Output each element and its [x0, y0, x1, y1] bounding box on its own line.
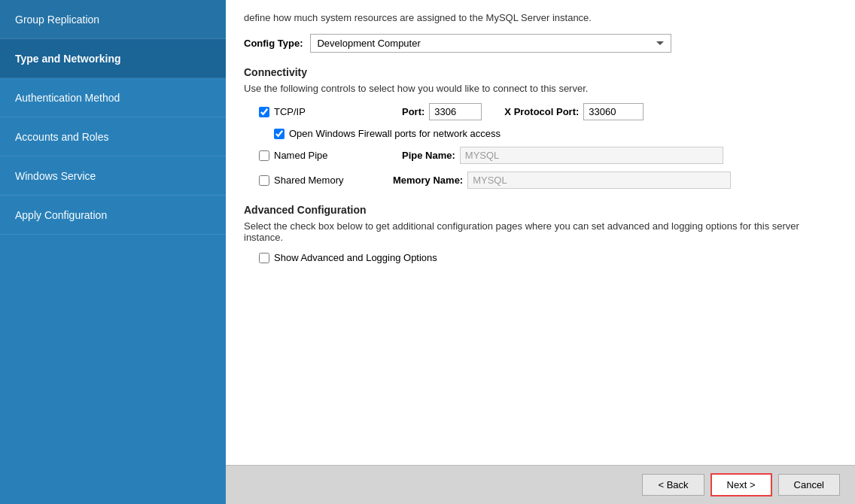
sidebar-item-label: Windows Service [15, 170, 96, 182]
config-type-label: Config Type: [244, 38, 303, 49]
pipe-name-label: Pipe Name: [402, 150, 455, 161]
sidebar-item-label: Accounts and Roles [15, 131, 109, 143]
show-advanced-checkbox-label[interactable]: Show Advanced and Logging Options [259, 252, 437, 263]
sidebar-item-type-networking[interactable]: Type and Networking [0, 39, 226, 78]
shared-memory-row: Shared Memory Memory Name: [259, 172, 837, 189]
xprotocol-label: X Protocol Port: [504, 106, 579, 117]
sidebar-item-label: Authentication Method [15, 92, 120, 104]
sidebar-item-accounts-roles[interactable]: Accounts and Roles [0, 117, 226, 156]
sidebar-item-group-replication[interactable]: Group Replication [0, 0, 226, 39]
port-input[interactable] [429, 103, 482, 120]
firewall-checkbox[interactable] [274, 129, 284, 139]
advanced-description: Select the check box below to get additi… [244, 220, 837, 243]
sidebar-item-windows-service[interactable]: Windows Service [0, 156, 226, 196]
named-pipe-row: Named Pipe Pipe Name: [259, 147, 837, 164]
shared-memory-checkbox[interactable] [259, 175, 269, 186]
tcpip-label: TCP/IP [274, 106, 306, 117]
advanced-header: Advanced Configuration [244, 204, 837, 216]
show-advanced-label: Show Advanced and Logging Options [274, 252, 437, 263]
advanced-section: Advanced Configuration Select the check … [244, 204, 837, 263]
config-type-select[interactable]: Development Computer Server Computer Ded… [310, 34, 671, 53]
connectivity-section: Connectivity Use the following controls … [244, 66, 837, 189]
back-button[interactable]: < Back [642, 474, 704, 496]
named-pipe-label: Named Pipe [274, 150, 328, 161]
sidebar-item-label: Apply Configuration [15, 209, 107, 221]
firewall-label: Open Windows Firewall ports for network … [289, 128, 501, 139]
sidebar-item-label: Type and Networking [15, 53, 121, 65]
tcpip-checkbox[interactable] [259, 107, 269, 117]
show-advanced-checkbox[interactable] [259, 253, 269, 263]
sidebar-item-auth-method[interactable]: Authentication Method [0, 78, 226, 117]
content-scroll: define how much system resources are ass… [226, 0, 855, 465]
pipe-name-input[interactable] [460, 147, 723, 164]
shared-memory-label: Shared Memory [274, 175, 343, 186]
main-container: Group Replication Type and Networking Au… [0, 0, 855, 504]
tcpip-row: TCP/IP Port: X Protocol Port: [259, 103, 837, 120]
memory-name-input[interactable] [467, 172, 731, 189]
firewall-row: Open Windows Firewall ports for network … [274, 128, 837, 139]
top-description: define how much system resources are ass… [244, 12, 837, 23]
named-pipe-checkbox[interactable] [259, 150, 269, 161]
config-type-row: Config Type: Development Computer Server… [244, 34, 837, 53]
xprotocol-input[interactable] [583, 103, 644, 120]
firewall-checkbox-label[interactable]: Open Windows Firewall ports for network … [274, 128, 501, 139]
sidebar: Group Replication Type and Networking Au… [0, 0, 226, 504]
shared-memory-checkbox-label[interactable]: Shared Memory [259, 175, 379, 186]
next-button[interactable]: Next > [710, 473, 772, 496]
named-pipe-checkbox-label[interactable]: Named Pipe [259, 150, 379, 161]
connectivity-options: TCP/IP Port: X Protocol Port: Open Windo… [259, 103, 837, 189]
cancel-button[interactable]: Cancel [778, 474, 840, 496]
connectivity-description: Use the following controls to select how… [244, 83, 837, 94]
memory-name-label: Memory Name: [393, 175, 463, 186]
footer: < Back Next > Cancel [226, 465, 855, 504]
content-area: define how much system resources are ass… [226, 0, 855, 504]
sidebar-item-apply-config[interactable]: Apply Configuration [0, 196, 226, 235]
connectivity-header: Connectivity [244, 66, 837, 78]
port-label: Port: [402, 106, 424, 117]
tcpip-checkbox-label[interactable]: TCP/IP [259, 106, 379, 117]
sidebar-item-label: Group Replication [15, 14, 99, 26]
advanced-row: Show Advanced and Logging Options [259, 252, 837, 263]
